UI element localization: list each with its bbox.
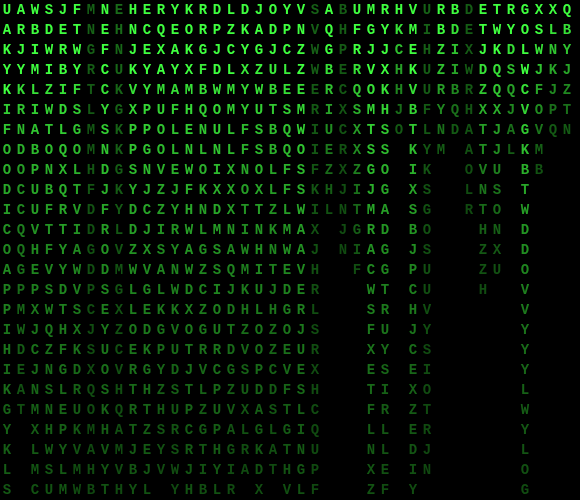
matrix-glyph: V — [518, 300, 532, 320]
matrix-glyph: C — [182, 420, 196, 440]
matrix-glyph: S — [490, 180, 504, 200]
matrix-glyph: Z — [42, 340, 56, 360]
matrix-glyph: A — [14, 380, 28, 400]
matrix-glyph: N — [182, 140, 196, 160]
matrix-glyph: K — [168, 300, 182, 320]
matrix-glyph: I — [224, 460, 238, 480]
matrix-glyph: V — [42, 260, 56, 280]
matrix-glyph: E — [476, 0, 490, 20]
matrix-glyph: N — [546, 40, 560, 60]
matrix-glyph: H — [84, 160, 98, 180]
matrix-glyph: V — [294, 260, 308, 280]
matrix-glyph: G — [196, 240, 210, 260]
matrix-glyph: B — [560, 20, 574, 40]
matrix-column: KOKXMHENWFHWAWDXOTJTPCRJHJSYG — [182, 0, 196, 500]
matrix-glyph: A — [294, 220, 308, 240]
matrix-glyph: C — [280, 40, 294, 60]
matrix-glyph: B — [28, 20, 42, 40]
matrix-column: MGJVOMTSGJMRACWSFXETFLNXZGTON — [364, 0, 378, 500]
matrix-glyph: Z — [196, 300, 210, 320]
matrix-glyph: R — [434, 0, 448, 20]
matrix-glyph: E — [182, 120, 196, 140]
matrix-glyph: H — [56, 320, 70, 340]
matrix-glyph: X — [182, 300, 196, 320]
matrix-glyph: U — [0, 0, 14, 20]
matrix-glyph: D — [224, 300, 238, 320]
matrix-glyph: F — [182, 180, 196, 200]
matrix-glyph: Z — [294, 40, 308, 60]
matrix-column: DEXWRHAAOLR — [462, 0, 476, 220]
matrix-glyph: E — [308, 80, 322, 100]
matrix-glyph: H — [280, 460, 294, 480]
matrix-glyph: Y — [0, 60, 14, 80]
matrix-glyph: H — [112, 380, 126, 400]
matrix-glyph: B — [518, 160, 532, 180]
matrix-glyph: P — [28, 280, 42, 300]
matrix-glyph: B — [448, 0, 462, 20]
matrix-glyph: H — [182, 480, 196, 500]
matrix-glyph: X — [336, 160, 350, 180]
matrix-glyph: D — [518, 240, 532, 260]
matrix-glyph: H — [476, 220, 490, 240]
matrix-glyph: D — [210, 60, 224, 80]
matrix-glyph: Y — [518, 320, 532, 340]
matrix-glyph: J — [378, 40, 392, 60]
matrix-glyph: V — [308, 20, 322, 40]
matrix-glyph: R — [210, 340, 224, 360]
matrix-glyph: H — [308, 380, 322, 400]
matrix-glyph: E — [14, 360, 28, 380]
matrix-glyph: S — [0, 480, 14, 500]
matrix-glyph: Y — [518, 420, 532, 440]
matrix-glyph: U — [238, 380, 252, 400]
matrix-glyph: L — [378, 440, 392, 460]
matrix-glyph: R — [14, 20, 28, 40]
matrix-glyph: D — [14, 340, 28, 360]
matrix-glyph: I — [238, 220, 252, 240]
matrix-glyph: D — [378, 220, 392, 240]
matrix-glyph: E — [294, 280, 308, 300]
matrix-glyph: H — [308, 260, 322, 280]
matrix-glyph: Q — [154, 20, 168, 40]
matrix-glyph: J — [490, 120, 504, 140]
matrix-glyph: K — [98, 400, 112, 420]
matrix-glyph: S — [168, 380, 182, 400]
matrix-glyph: S — [238, 360, 252, 380]
matrix-glyph: N — [364, 440, 378, 460]
matrix-glyph: H — [462, 100, 476, 120]
matrix-glyph: H — [420, 40, 434, 60]
matrix-glyph: W — [70, 40, 84, 60]
matrix-glyph: O — [252, 320, 266, 340]
matrix-glyph: Y — [504, 20, 518, 40]
matrix-glyph: L — [168, 120, 182, 140]
matrix-glyph: X — [126, 100, 140, 120]
matrix-glyph: S — [70, 100, 84, 120]
matrix-glyph: I — [42, 60, 56, 80]
matrix-glyph: G — [0, 400, 14, 420]
matrix-glyph: X — [210, 180, 224, 200]
matrix-glyph: M — [364, 200, 378, 220]
matrix-glyph: L — [84, 100, 98, 120]
matrix-glyph: Z — [322, 160, 336, 180]
matrix-glyph: A — [168, 80, 182, 100]
matrix-glyph: I — [420, 20, 434, 40]
matrix-glyph: J — [308, 240, 322, 260]
matrix-glyph: V — [518, 100, 532, 120]
matrix-glyph: D — [266, 380, 280, 400]
matrix-column: GOLWCVGKBTWDDOVVYYYLWYLOGDB — [518, 0, 532, 500]
matrix-glyph: Z — [252, 60, 266, 80]
matrix-glyph: J — [420, 440, 434, 460]
matrix-glyph: T — [476, 120, 490, 140]
matrix-column: DKYXYYFFNOTIWMKHZVSUXLRA — [238, 0, 252, 480]
matrix-glyph: W — [294, 120, 308, 140]
matrix-glyph: L — [56, 460, 70, 480]
matrix-glyph: S — [98, 120, 112, 140]
matrix-glyph: A — [504, 120, 518, 140]
matrix-glyph: R — [14, 100, 28, 120]
matrix-glyph: O — [420, 380, 434, 400]
matrix-glyph: J — [546, 80, 560, 100]
matrix-glyph: T — [560, 100, 574, 120]
matrix-glyph: E — [56, 400, 70, 420]
matrix-glyph: T — [266, 460, 280, 480]
matrix-glyph: M — [28, 400, 42, 420]
matrix-glyph: W — [182, 260, 196, 280]
